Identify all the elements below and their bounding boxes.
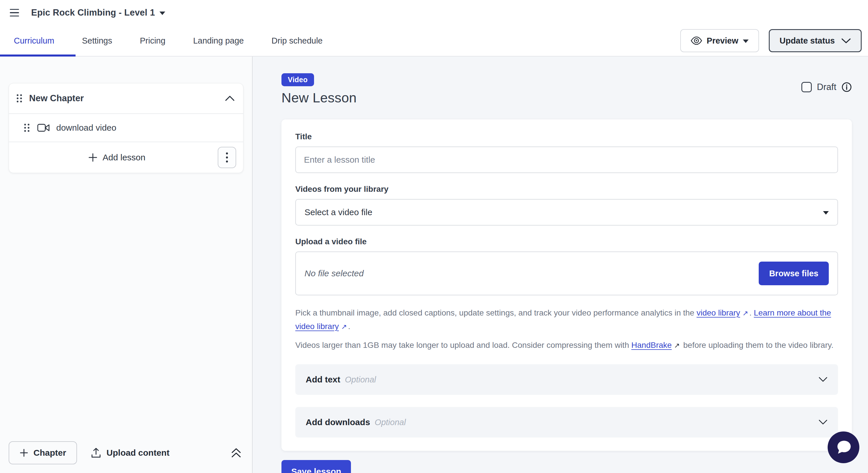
preview-label: Preview	[707, 36, 739, 45]
help-text: Videos larger than 1GB may take longer t…	[295, 341, 631, 350]
select-caret-icon	[823, 211, 829, 215]
no-file-text: No file selected	[305, 269, 364, 278]
chapter-header[interactable]: New Chapter	[9, 83, 243, 113]
optional-label: Optional	[345, 375, 376, 384]
page-title: New Lesson	[281, 90, 357, 105]
sidebar-footer: Chapter Upload content	[9, 441, 242, 464]
drag-handle-icon[interactable]	[16, 93, 23, 103]
external-link-icon: ↗	[341, 320, 347, 334]
lesson-title-block: Video New Lesson	[281, 73, 357, 105]
tab-label: Landing page	[193, 36, 244, 45]
kebab-menu-icon	[225, 152, 228, 163]
video-library-link[interactable]: video library↗	[696, 308, 749, 317]
help-text: .	[749, 308, 754, 317]
collapse-all-button[interactable]	[231, 447, 242, 459]
add-lesson-button[interactable]: Add lesson	[16, 142, 218, 173]
add-chapter-label: Chapter	[33, 448, 66, 458]
chat-widget-button[interactable]	[828, 432, 859, 463]
add-downloads-accordion[interactable]: Add downloads Optional	[295, 407, 838, 438]
lesson-type-badge: Video	[281, 73, 314, 86]
link-label: HandBrake	[631, 341, 672, 350]
lesson-header: Video New Lesson Draft	[281, 73, 852, 105]
compression-help-text: Videos larger than 1GB may take longer t…	[295, 339, 840, 352]
title-field-label: Title	[295, 132, 838, 141]
add-text-label: Add text	[306, 375, 340, 384]
tab-drip-schedule[interactable]: Drip schedule	[257, 25, 336, 56]
update-status-label: Update status	[779, 36, 835, 45]
draft-label: Draft	[817, 82, 836, 92]
draft-toggle: Draft	[801, 82, 852, 92]
tabs: Curriculum Settings Pricing Landing page…	[0, 25, 337, 56]
upload-icon	[91, 447, 101, 458]
course-title: Epic Rock Climbing - Level 1	[31, 7, 155, 18]
chevron-down-icon	[818, 419, 828, 425]
tabbar-actions: Preview Update status	[680, 29, 862, 52]
draft-checkbox[interactable]	[801, 82, 812, 92]
course-tabbar: Curriculum Settings Pricing Landing page…	[0, 25, 868, 57]
upload-content-label: Upload content	[106, 448, 169, 458]
caret-down-icon	[159, 11, 165, 15]
course-switcher[interactable]: Epic Rock Climbing - Level 1	[31, 7, 165, 18]
chevron-down-icon	[818, 377, 828, 382]
collapse-chapter-button[interactable]	[225, 95, 235, 101]
info-icon[interactable]	[841, 82, 852, 92]
caret-down-icon	[743, 39, 749, 43]
add-lesson-row: Add lesson	[9, 142, 243, 173]
double-chevron-up-icon	[231, 447, 242, 459]
help-text: .	[348, 322, 350, 331]
chat-bubble-icon	[836, 440, 851, 455]
lesson-title-input[interactable]	[295, 147, 838, 173]
preview-button[interactable]: Preview	[680, 29, 759, 52]
library-field-label: Videos from your library	[295, 185, 838, 194]
file-upload-box: No file selected Browse files	[295, 252, 838, 295]
help-text: Pick a thumbnail image, add closed capti…	[295, 308, 696, 317]
video-library-help-text: Pick a thumbnail image, add closed capti…	[295, 306, 840, 334]
top-header: Epic Rock Climbing - Level 1	[0, 0, 868, 25]
add-lesson-label: Add lesson	[103, 153, 145, 162]
save-lesson-button[interactable]: Save lesson	[281, 460, 351, 473]
handbrake-link[interactable]: HandBrake	[631, 341, 672, 350]
browse-files-button[interactable]: Browse files	[759, 261, 829, 285]
lesson-form-card: Title Videos from your library Select a …	[281, 119, 852, 451]
eye-icon	[691, 36, 702, 45]
chapter-title: New Chapter	[29, 93, 84, 103]
course-builder-app: Epic Rock Climbing - Level 1 Curriculum …	[0, 0, 868, 473]
add-text-accordion[interactable]: Add text Optional	[295, 364, 838, 395]
tab-label: Drip schedule	[271, 36, 322, 45]
tab-pricing[interactable]: Pricing	[126, 25, 179, 56]
external-link-icon: ↗	[742, 307, 748, 320]
lesson-title: download video	[56, 123, 117, 133]
drag-handle-icon[interactable]	[23, 123, 30, 133]
chapter-options-button[interactable]	[218, 147, 236, 168]
tab-label: Curriculum	[14, 36, 54, 45]
tab-landing-page[interactable]: Landing page	[179, 25, 258, 56]
tab-settings[interactable]: Settings	[68, 25, 126, 56]
link-label: video library	[696, 308, 740, 317]
help-text: before uploading them to the video libra…	[681, 341, 833, 350]
add-downloads-label: Add downloads	[306, 417, 370, 427]
tab-label: Settings	[82, 36, 112, 45]
add-chapter-button[interactable]: Chapter	[9, 441, 77, 464]
lesson-editor: Video New Lesson Draft Ti	[253, 57, 868, 473]
tab-curriculum[interactable]: Curriculum	[0, 25, 68, 56]
menu-icon[interactable]	[10, 6, 23, 19]
video-camera-icon	[37, 123, 50, 132]
content-area: New Chapter	[0, 57, 868, 473]
update-status-button[interactable]: Update status	[769, 29, 862, 52]
optional-label: Optional	[375, 418, 406, 427]
curriculum-sidebar: New Chapter	[0, 57, 253, 473]
selected-video-value: Select a video file	[305, 208, 372, 217]
video-library-select[interactable]: Select a video file	[295, 199, 838, 225]
upload-field-label: Upload a video file	[295, 237, 838, 246]
chapter-card: New Chapter	[9, 83, 243, 173]
chevron-down-icon	[841, 38, 851, 43]
lesson-item[interactable]: download video	[9, 114, 243, 141]
plus-icon	[20, 448, 28, 457]
external-link-icon: ↗	[674, 339, 680, 352]
plus-icon	[88, 153, 97, 162]
upload-content-button[interactable]: Upload content	[91, 447, 169, 458]
active-tab-underline	[0, 55, 75, 57]
tab-label: Pricing	[140, 36, 165, 45]
